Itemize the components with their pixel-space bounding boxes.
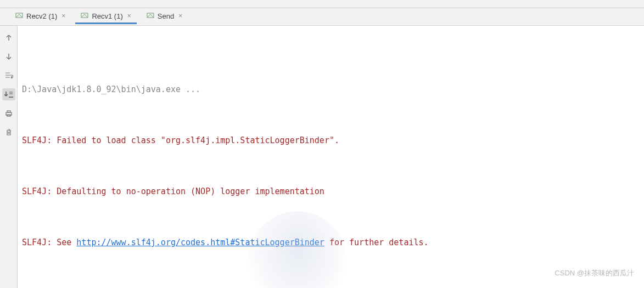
main-area: D:\Java\jdk1.8.0_92\bin\java.exe ... SLF… [0, 26, 644, 288]
tab-recv1[interactable]: Recv1 (1) × [75, 10, 136, 24]
close-icon[interactable]: × [127, 12, 131, 20]
scroll-down-icon[interactable] [3, 51, 14, 62]
tab-send[interactable]: Send × [141, 10, 188, 24]
console-line: SLF4J: Defaulting to no-operation (NOP) … [22, 183, 644, 200]
watermark: CSDN @抹茶味的西瓜汁 [555, 264, 634, 281]
close-icon[interactable]: × [178, 12, 182, 20]
scroll-to-end-icon[interactable] [2, 88, 15, 100]
side-toolbar [0, 26, 18, 288]
close-icon[interactable]: × [61, 12, 65, 20]
background-decoration [248, 211, 347, 288]
run-icon [147, 12, 154, 20]
console-line: SLF4J: Failed to load class "org.slf4j.i… [22, 132, 644, 149]
soft-wrap-icon[interactable] [3, 70, 14, 81]
run-icon [81, 12, 88, 20]
console-line: D:\Java\jdk1.8.0_92\bin\java.exe ... [22, 81, 644, 98]
trash-icon[interactable] [3, 127, 14, 138]
run-tabs: Recv2 (1) × Recv1 (1) × Send × [0, 8, 644, 26]
tab-label: Send [158, 12, 174, 20]
console-output[interactable]: D:\Java\jdk1.8.0_92\bin\java.exe ... SLF… [18, 26, 644, 288]
log-prefix: SLF4J: See [22, 238, 76, 247]
run-icon [15, 12, 23, 20]
tab-label: Recv2 (1) [26, 12, 57, 20]
top-divider [0, 0, 644, 8]
scroll-up-icon[interactable] [3, 32, 14, 43]
tab-label: Recv1 (1) [92, 12, 122, 20]
svg-rect-4 [7, 111, 10, 112]
print-icon[interactable] [3, 108, 14, 119]
tab-recv2[interactable]: Recv2 (1) × [10, 10, 71, 24]
